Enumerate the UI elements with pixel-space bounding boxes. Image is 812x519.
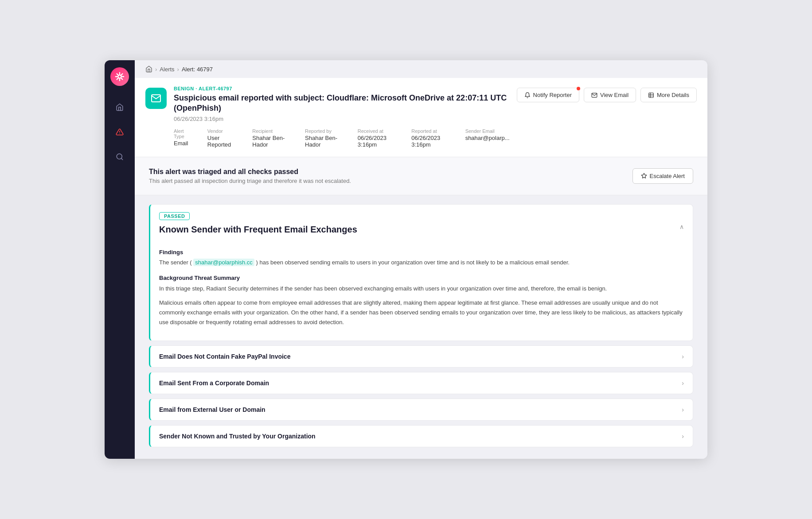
details-icon (648, 92, 654, 98)
chevron-right-icon-trusted: › (682, 433, 684, 440)
chevron-right-icon-paypal: › (682, 353, 684, 360)
check-card-not-trusted-title: Sender Not Known and Trusted by Your Org… (159, 433, 316, 440)
check-card-known-sender: PASSED Known Sender with Frequent Email … (149, 204, 693, 341)
check-card-known-sender-header[interactable]: PASSED Known Sender with Frequent Email … (150, 205, 693, 249)
breadcrumb-current: Alert: 46797 (182, 66, 213, 73)
sidebar (105, 60, 135, 459)
check-card-known-sender-body: Findings The sender ( shahar@polarphish.… (150, 249, 693, 341)
meta-alert-type: Alert Type Email (174, 128, 190, 148)
meta-received-at: Received at 06/26/2023 3:16pm (358, 128, 394, 148)
check-card-external-user-header[interactable]: Email from External User or Domain › (150, 399, 693, 420)
check-card-external-user: Email from External User or Domain › (149, 399, 693, 421)
svg-rect-5 (649, 93, 654, 97)
sidebar-item-search[interactable] (112, 149, 128, 165)
alert-meta: Alert Type Email Vendor User Reported Re… (174, 128, 510, 148)
escalate-alert-button[interactable]: Escalate Alert (632, 168, 694, 184)
alert-actions: Notify Reporter View Email More Details (517, 88, 697, 102)
check-card-external-user-title: Email from External User or Domain (159, 406, 265, 413)
alert-time: 06/26/2023 3:16pm (174, 116, 510, 122)
check-card-fake-paypal-header[interactable]: Email Does Not Contain Fake PayPal Invoi… (150, 346, 693, 367)
check-main-title: Known Sender with Frequent Email Exchang… (159, 225, 357, 235)
view-email-button[interactable]: View Email (584, 88, 636, 102)
chevron-right-icon-external: › (682, 406, 684, 413)
check-card-corporate-domain-header[interactable]: Email Sent From a Corporate Domain › (150, 372, 693, 394)
bell-icon (524, 92, 531, 98)
chevron-right-icon-corporate: › (682, 380, 684, 387)
content-area: This alert was triaged and all checks pa… (135, 157, 707, 459)
bg-threat-p2: Malicious emails often appear to come fr… (159, 298, 684, 327)
alert-header: BENIGN · ALERT-46797 Suspicious email re… (135, 78, 707, 157)
sidebar-item-home[interactable] (112, 99, 128, 115)
sidebar-logo[interactable] (110, 67, 129, 86)
breadcrumb-sep-2: › (177, 66, 179, 73)
check-card-corporate-domain-title: Email Sent From a Corporate Domain (159, 380, 269, 387)
meta-reported-by: Reported by Shahar Ben-Hador (305, 128, 340, 148)
triage-banner: This alert was triaged and all checks pa… (135, 157, 707, 195)
breadcrumb-alerts[interactable]: Alerts (160, 66, 174, 73)
escalate-icon (641, 173, 647, 179)
alert-title: Suspicious email reported with subject: … (174, 93, 510, 114)
chevron-up-icon: ∧ (679, 223, 684, 230)
svg-line-4 (121, 158, 122, 159)
bg-threat-p1: In this triage step, Radiant Security de… (159, 284, 684, 294)
more-details-button[interactable]: More Details (640, 88, 697, 102)
main-content: › Alerts › Alert: 46797 BENIGN · ALERT-4… (135, 60, 707, 459)
passed-badge: PASSED (159, 212, 190, 220)
envelope-icon (591, 92, 597, 98)
breadcrumb-sep-1: › (155, 66, 157, 73)
alert-info: BENIGN · ALERT-46797 Suspicious email re… (174, 86, 510, 148)
check-card-not-trusted-header[interactable]: Sender Not Known and Trusted by Your Org… (150, 426, 693, 447)
meta-reported-at: Reported at 06/26/2023 3:16pm (411, 128, 447, 148)
alert-email-icon (145, 88, 167, 109)
notify-reporter-button[interactable]: Notify Reporter (517, 88, 579, 102)
svg-point-0 (118, 75, 121, 78)
alert-badge: BENIGN · ALERT-46797 (174, 86, 510, 91)
svg-marker-9 (641, 173, 647, 178)
meta-recipient: Recipient Shahar Ben-Hador (252, 128, 287, 148)
triage-info: This alert was triaged and all checks pa… (149, 168, 351, 184)
breadcrumb: › Alerts › Alert: 46797 (135, 60, 707, 78)
findings-text: The sender ( shahar@polarphish.cc ) has … (159, 258, 684, 267)
findings-title: Findings (159, 249, 684, 256)
sender-email-highlight: shahar@polarphish.cc (193, 259, 254, 266)
meta-sender-email: Sender Email shahar@polarp... (465, 128, 510, 148)
checks-list: PASSED Known Sender with Frequent Email … (135, 195, 707, 456)
check-card-fake-paypal: Email Does Not Contain Fake PayPal Invoi… (149, 345, 693, 368)
sidebar-item-alerts[interactable] (112, 124, 128, 140)
bg-threat-title: Background Threat Summary (159, 275, 684, 281)
notification-dot (577, 87, 580, 90)
home-icon[interactable] (145, 66, 152, 73)
triage-subtitle: This alert passed all inspection during … (149, 178, 351, 184)
triage-title: This alert was triaged and all checks pa… (149, 168, 351, 176)
check-card-fake-paypal-title: Email Does Not Contain Fake PayPal Invoi… (159, 353, 290, 360)
check-card-corporate-domain: Email Sent From a Corporate Domain › (149, 372, 693, 394)
meta-vendor: Vendor User Reported (207, 128, 234, 148)
check-card-not-trusted: Sender Not Known and Trusted by Your Org… (149, 425, 693, 447)
